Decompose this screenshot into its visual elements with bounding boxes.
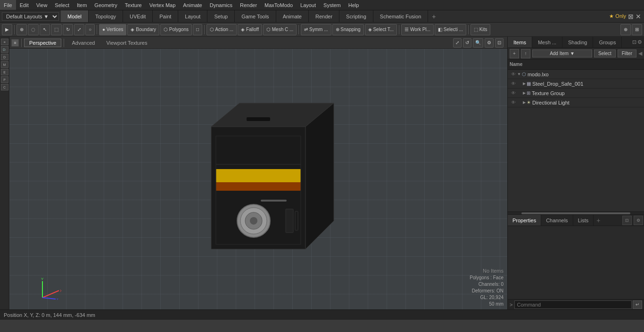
menu-maxtomodo[interactable]: MaxToModo: [261, 0, 297, 10]
item-vis-steel[interactable]: 👁: [510, 80, 517, 88]
menu-vertexmap[interactable]: Vertex Map: [146, 0, 180, 10]
toolbar-boundary[interactable]: ◈ Boundary: [127, 24, 159, 35]
menu-render[interactable]: Render: [236, 0, 261, 10]
items-icon-1[interactable]: +: [510, 49, 519, 58]
sub-tab-perspective[interactable]: Perspective: [24, 39, 61, 47]
vp-expand[interactable]: ⊡: [495, 38, 504, 48]
tab-gametools[interactable]: Game Tools: [235, 10, 276, 22]
panel-tab-mesh[interactable]: Mesh ...: [532, 37, 562, 48]
sidebar-icon-2[interactable]: D:: [1, 46, 8, 53]
filter-button[interactable]: Filter: [618, 49, 636, 57]
tab-render[interactable]: Render: [309, 10, 339, 22]
sidebar-icon-mesh[interactable]: M: [1, 61, 8, 68]
toolbar-move[interactable]: ⬚: [51, 24, 62, 35]
tab-setup[interactable]: Setup: [207, 10, 235, 22]
tab-uvedit[interactable]: UVEdit: [123, 10, 153, 22]
item-row-modo[interactable]: 👁 ▼ ⬡ modo.lxo: [508, 70, 644, 79]
toolbar-rotate[interactable]: ↻: [63, 24, 73, 35]
toolbar-snapping[interactable]: ⊕ Snapping: [332, 24, 364, 35]
toolbar-kits[interactable]: ⬚ Kits: [471, 24, 490, 35]
item-row-dirlight[interactable]: 👁 ▶ ☀ Directional Light: [508, 98, 644, 107]
panel-tab-items[interactable]: Items: [508, 37, 532, 48]
vp-reset[interactable]: ↺: [463, 38, 471, 48]
toolbar-toggle[interactable]: ▶: [2, 24, 12, 35]
toolbar-mesh[interactable]: ⬡ Mesh C ...: [263, 24, 297, 35]
tab-schematic[interactable]: Schematic Fusion: [373, 10, 428, 22]
panel-arrow-left[interactable]: ◀: [638, 50, 642, 57]
toolbar-circle[interactable]: ○: [85, 24, 95, 35]
select-button[interactable]: Select: [594, 49, 616, 57]
item-row-steel[interactable]: 👁 ▶ ▦ Steel_Drop_Safe_001: [508, 79, 644, 89]
menu-select[interactable]: Select: [51, 0, 73, 10]
menu-animate[interactable]: Animate: [179, 0, 206, 10]
item-vis-modo[interactable]: 👁: [510, 71, 517, 78]
prop-collapse[interactable]: ⊡: [622, 216, 632, 225]
sidebar-icon-1[interactable]: ≡: [1, 39, 8, 45]
toolbar-polygons[interactable]: ⬡ Polygons: [160, 24, 192, 35]
panel-options[interactable]: ⚙: [637, 39, 642, 45]
prop-tab-add[interactable]: +: [594, 217, 603, 224]
layout-select[interactable]: Default Layouts ▼: [2, 12, 59, 21]
viewport-menu-icon[interactable]: ≡: [11, 39, 19, 47]
menu-view[interactable]: View: [33, 0, 51, 10]
sidebar-icon-e[interactable]: E: [1, 69, 8, 75]
item-row-texture[interactable]: 👁 ▶ ⊞ Texture Group: [508, 89, 644, 98]
add-item-button[interactable]: Add Item ▼: [532, 49, 592, 57]
menu-layout[interactable]: Layout: [297, 0, 320, 10]
toolbar-action[interactable]: ⬡ Action ...: [206, 24, 237, 35]
cmd-run-button[interactable]: ↵: [633, 300, 642, 309]
tab-scripting[interactable]: Scripting: [339, 10, 373, 22]
toolbar-vr[interactable]: ⊕: [620, 24, 631, 35]
tab-animate[interactable]: Animate: [276, 10, 309, 22]
menu-item[interactable]: Item: [73, 0, 91, 10]
prop-tab-lists[interactable]: Lists: [573, 215, 594, 226]
menu-dynamics[interactable]: Dynamics: [206, 0, 236, 10]
prop-tab-properties[interactable]: Properties: [508, 215, 541, 226]
panel-tab-groups[interactable]: Groups: [593, 37, 622, 48]
toolbar-workpl[interactable]: ☰ Work Pl...: [401, 24, 434, 35]
menu-geometry[interactable]: Geometry: [91, 0, 121, 10]
menu-texture[interactable]: Texture: [121, 0, 146, 10]
tab-add-button[interactable]: +: [428, 13, 439, 20]
svg-rect-13: [295, 211, 298, 230]
tab-layout[interactable]: Layout: [178, 10, 207, 22]
sidebar-icon-pol[interactable]: P: [1, 76, 8, 83]
toolbar-selecti[interactable]: ◧ Selecti ...: [435, 24, 466, 35]
toolbar-select[interactable]: ↖: [40, 24, 50, 35]
toolbar-symm[interactable]: ⇌ Symm ...: [301, 24, 331, 35]
menu-system[interactable]: System: [320, 0, 345, 10]
prop-settings[interactable]: ⚙: [634, 216, 643, 225]
tab-bar-maximize[interactable]: ⊠: [628, 13, 634, 20]
item-vis-texture[interactable]: 👁: [510, 89, 517, 97]
menu-help[interactable]: Help: [345, 0, 363, 10]
vp-settings[interactable]: ⚙: [485, 38, 494, 48]
tab-bar-close[interactable]: ✕: [636, 13, 641, 20]
sub-tab-advanced[interactable]: Advanced: [66, 39, 100, 47]
toolbar-extra[interactable]: □: [193, 24, 202, 35]
prop-tab-channels[interactable]: Channels: [541, 215, 573, 226]
menu-file[interactable]: File: [0, 0, 16, 10]
sidebar-icon-c[interactable]: C: [1, 84, 8, 90]
item-vis-dirlight[interactable]: 👁: [510, 99, 517, 106]
panel-tab-shading[interactable]: Shading: [562, 37, 593, 48]
toolbar-falloff[interactable]: ◈ Falloff: [238, 24, 262, 35]
menu-edit[interactable]: Edit: [16, 0, 33, 10]
toolbar-scale[interactable]: ⤢: [74, 24, 84, 35]
panel-collapse[interactable]: ⊡: [632, 39, 636, 45]
command-input[interactable]: [514, 300, 632, 309]
viewport[interactable]: X Y Z No Items Polygons : Face Channels:…: [9, 49, 507, 309]
sidebar-icon-dup[interactable]: D: [1, 54, 8, 60]
toolbar-selectt[interactable]: ◈ Select T...: [365, 24, 397, 35]
toolbar-globe[interactable]: ⊕: [17, 24, 27, 35]
toolbar-vr2[interactable]: ⊞: [632, 24, 642, 35]
sub-tab-vptex[interactable]: Viewport Textures: [101, 39, 152, 47]
toolbar-vertices[interactable]: ● Vertices: [99, 24, 126, 35]
vp-fit[interactable]: ⤢: [453, 38, 462, 48]
svg-rect-14: [247, 117, 270, 121]
vp-search[interactable]: 🔍: [473, 38, 483, 48]
tab-paint[interactable]: Paint: [153, 10, 178, 22]
tab-model[interactable]: Model: [61, 10, 89, 22]
toolbar-lasso[interactable]: ◌: [28, 24, 39, 35]
tab-topology[interactable]: Topology: [89, 10, 123, 22]
items-icon-2[interactable]: ↑: [521, 49, 530, 58]
